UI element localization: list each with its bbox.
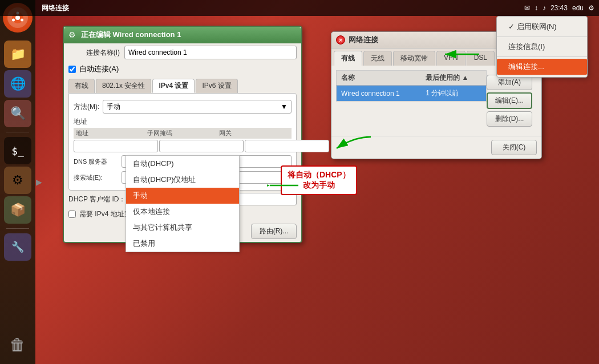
connection-name-row: 连接名称(I) — [64, 43, 301, 62]
dhcp-client-id-label: DHCP 客户端 ID： — [68, 195, 126, 204]
gateway-input[interactable] — [245, 140, 329, 152]
method-chevron-icon: ▼ — [281, 103, 288, 111]
addr-col-gateway: 网关 — [219, 129, 289, 137]
connection-name-input[interactable] — [124, 46, 297, 59]
addr-col-mask: 子网掩码 — [147, 129, 217, 137]
user-label: edu — [572, 4, 584, 12]
menu-item-enable-network[interactable]: 启用联网(N) — [497, 19, 587, 35]
settings-icon[interactable]: ⚙ — [588, 4, 594, 12]
connection-name-cell: Wired connection 1 — [337, 86, 422, 102]
edit-connection-button[interactable]: 编辑(E)... — [487, 92, 532, 109]
auto-connect-row: 自动连接(A) — [64, 62, 301, 76]
edit-dialog-gear-icon: ⚙ — [68, 30, 78, 39]
ipv4-sub-tabs: 有线 802.1x 安全性 IPv4 设置 IPv6 设置 — [68, 79, 297, 93]
arrow-annotation-3 — [267, 177, 301, 196]
volume-icon[interactable]: ♪ — [543, 4, 546, 12]
method-dropdown-menu: 自动(DHCP) 自动(DHCP)仅地址 手动 仅本地连接 与其它计算机共享 已… — [126, 155, 240, 252]
network-action-buttons: 添加(A) 编辑(E)... 删除(D)... — [487, 70, 537, 131]
addr-col-ip: 地址 — [76, 129, 146, 137]
desktop: 网络连接 ✉ ↕ ♪ 23:43 edu ⚙ � — [0, 0, 599, 364]
network-dialog-close[interactable]: ✕ — [336, 35, 345, 45]
delete-connection-button[interactable]: 删除(D)... — [487, 111, 532, 127]
menu-separator — [497, 37, 587, 37]
close-network-dialog-button[interactable]: 关闭(C) — [491, 140, 537, 155]
network-dropdown-menu: 启用联网(N) 连接信息(I) 编辑连接... — [496, 16, 588, 78]
method-row: 方法(M): 手动 ▼ — [74, 98, 292, 115]
search-icon[interactable]: 🔍 — [4, 100, 31, 127]
software-icon[interactable]: 📦 — [4, 196, 31, 224]
method-auto-dhcp[interactable]: 自动(DHCP) — [126, 156, 239, 172]
method-label: 方法(M): — [74, 102, 99, 112]
table-row[interactable]: Wired connection 1 1 分钟以前 — [337, 86, 487, 102]
method-shared[interactable]: 与其它计算机共享 — [126, 220, 239, 236]
method-dropdown-trigger[interactable]: 手动 ▼ — [103, 100, 292, 114]
trash-icon[interactable]: 🗑 — [4, 331, 31, 358]
tab-wireless[interactable]: 无线 — [363, 51, 392, 66]
divider-2 — [6, 228, 29, 229]
method-manual[interactable]: 手动 — [126, 188, 239, 204]
network-dialog-title: 网络连接 — [349, 35, 378, 45]
menu-item-connection-info[interactable]: 连接信息(I) — [497, 39, 587, 55]
app-name-label: 网络连接 — [42, 3, 69, 13]
auto-connect-checkbox[interactable] — [68, 66, 76, 73]
connections-table-container: 名称 最后使用的 ▲ Wired connection 1 1 分钟以前 — [336, 70, 487, 102]
menu-separator-2 — [497, 56, 587, 57]
time-display: 23:43 — [551, 4, 568, 12]
sidebar-arrow[interactable]: ▶ — [36, 177, 42, 187]
terminal-icon[interactable]: $_ — [4, 137, 31, 164]
panel-right: ✉ ↕ ♪ 23:43 edu ⚙ — [524, 4, 594, 12]
subtab-ipv6[interactable]: IPv6 设置 — [196, 79, 237, 93]
route-button[interactable]: 路由(R)... — [251, 224, 297, 239]
email-icon: ✉ — [524, 4, 530, 12]
taskbar: 📁 🌐 🔍 $_ ⚙ 📦 🔧 🗑 ▶ — [0, 0, 35, 364]
svg-point-4 — [12, 19, 15, 22]
connections-table: 名称 最后使用的 ▲ Wired connection 1 1 分钟以前 — [336, 70, 487, 102]
svg-point-1 — [15, 15, 20, 20]
method-value: 手动 — [107, 102, 120, 112]
col-name: 名称 — [337, 71, 422, 86]
tab-mobile[interactable]: 移动宽带 — [393, 51, 435, 66]
col-last-used: 最后使用的 ▲ — [421, 71, 486, 86]
auto-connect-label: 自动连接(A) — [79, 64, 119, 74]
method-local[interactable]: 仅本地连接 — [126, 204, 239, 220]
tab-wired[interactable]: 有线 — [334, 51, 362, 66]
edit-dialog-titlebar: ⚙ 正在编辑 Wired connection 1 — [64, 27, 301, 43]
network-taskbar-icon[interactable]: 🔧 — [4, 233, 31, 261]
table-and-buttons-row: 名称 最后使用的 ▲ Wired connection 1 1 分钟以前 — [336, 70, 537, 131]
network-icon[interactable]: ↕ — [535, 4, 538, 12]
edit-dialog-title: 正在编辑 Wired connection 1 — [81, 30, 181, 40]
method-disabled[interactable]: 已禁用 — [126, 236, 239, 252]
ip-address-input[interactable] — [74, 140, 158, 152]
panel-left: 网络连接 — [5, 3, 69, 13]
svg-point-3 — [21, 19, 23, 22]
last-used-cell: 1 分钟以前 — [421, 86, 486, 102]
dns-label: DNS 服务器 — [74, 157, 119, 166]
subtab-8021x[interactable]: 802.1x 安全性 — [96, 79, 151, 93]
menu-item-edit-connections[interactable]: 编辑连接... — [497, 59, 587, 75]
subtab-ipv4[interactable]: IPv4 设置 — [152, 79, 195, 93]
arrow-annotation-2 — [325, 131, 377, 156]
top-panel: 网络连接 ✉ ↕ ♪ 23:43 edu ⚙ — [0, 0, 599, 16]
address-section-label: 地址 — [74, 115, 292, 128]
browser-icon[interactable]: 🌐 — [4, 70, 31, 98]
search-domain-label: 搜索域(E): — [74, 173, 119, 182]
subtab-wired[interactable]: 有线 — [68, 79, 95, 93]
address-input-row — [74, 139, 292, 153]
divider-1 — [6, 132, 29, 132]
subnet-mask-input[interactable] — [159, 140, 244, 152]
method-auto-dhcp-addr[interactable]: 自动(DHCP)仅地址 — [126, 172, 239, 188]
connection-name-label: 连接名称(I) — [68, 48, 120, 58]
settings-taskbar-icon[interactable]: ⚙ — [4, 167, 31, 194]
address-headers: 地址 子网掩码 网关 — [74, 128, 292, 139]
files-icon[interactable]: 📁 — [4, 41, 31, 68]
arrow-annotation-1 — [439, 46, 485, 64]
ipv4-required-checkbox[interactable] — [68, 211, 76, 218]
